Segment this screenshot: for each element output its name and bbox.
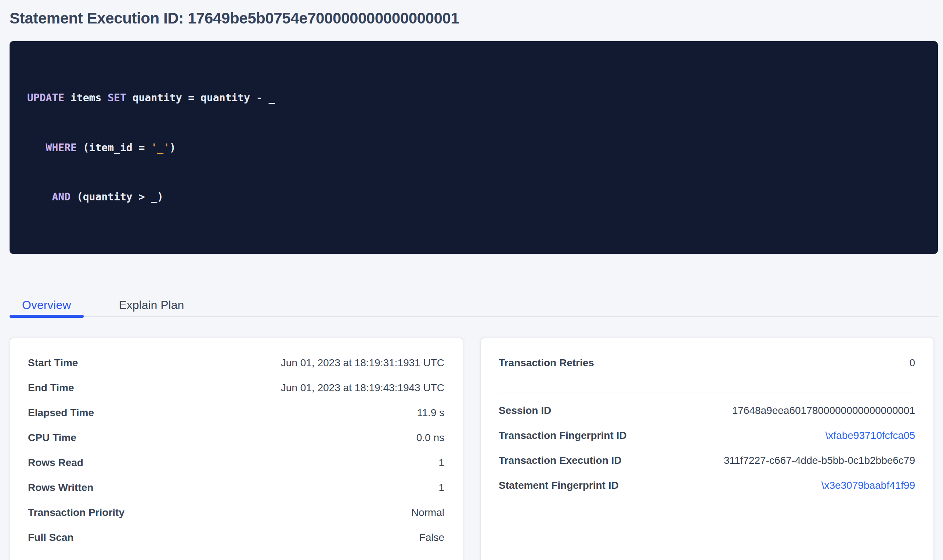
stat-label: Full Scan [28, 531, 74, 543]
sql-indent [27, 141, 46, 153]
stat-value: 0 [909, 356, 915, 368]
stat-row-cpu-time: CPU Time 0.0 ns [28, 425, 444, 449]
page-title: Statement Execution ID: 17649be5b0754e70… [0, 0, 943, 27]
stat-label: Elapsed Time [28, 406, 94, 418]
transaction-info-card: Transaction Retries 0 Session ID 17648a9… [480, 337, 934, 560]
tab-overview[interactable]: Overview [9, 292, 83, 316]
sql-line-3: AND (quantity > _) [27, 189, 920, 205]
sql-text: ) [169, 141, 176, 153]
stat-row-transaction-execution-id: Transaction Execution ID 311f7227-c667-4… [499, 447, 915, 472]
stat-value: False [419, 531, 444, 543]
stat-value: 11.9 s [417, 406, 444, 418]
sql-text: items [64, 92, 108, 103]
stat-row-rows-read: Rows Read 1 [28, 449, 444, 474]
card-divider [499, 392, 915, 393]
transaction-fingerprint-link[interactable]: \xfabe93710fcfca05 [826, 429, 915, 441]
stat-label: CPU Time [28, 431, 76, 443]
active-tab-underline [9, 314, 83, 317]
sql-string-literal: '_' [151, 141, 169, 153]
stat-row-transaction-priority: Transaction Priority Normal [28, 500, 444, 525]
stat-row-start-time: Start Time Jun 01, 2023 at 18:19:31:1931… [28, 350, 444, 375]
stat-value: 1 [438, 481, 444, 493]
sql-keyword: WHERE [46, 141, 77, 153]
statement-execution-page: Statement Execution ID: 17649be5b0754e70… [0, 0, 943, 560]
stat-row-statement-fingerprint-id: Statement Fingerprint ID \x3e3079baabf41… [499, 472, 915, 497]
stat-row-session-id: Session ID 17648a9eea6017800000000000000… [499, 397, 915, 422]
tab-explain-plan[interactable]: Explain Plan [106, 292, 196, 316]
stat-label: Rows Written [28, 481, 93, 493]
stat-value: Jun 01, 2023 at 18:19:31:1931 UTC [281, 356, 444, 368]
tab-explain-plan-label: Explain Plan [119, 298, 184, 311]
stat-value: 311f7227-c667-4dde-b5bb-0c1b2bbe6c79 [724, 454, 915, 466]
sql-keyword: SET [108, 92, 126, 103]
tab-overview-label: Overview [22, 298, 71, 311]
stat-label: Start Time [28, 356, 78, 368]
sql-text: (item_id = [77, 141, 151, 153]
stat-value: Jun 01, 2023 at 18:19:43:1943 UTC [281, 381, 444, 393]
sql-line-1: UPDATE items SET quantity = quantity - _ [27, 89, 920, 106]
stat-value: Normal [411, 506, 444, 518]
stat-label: Transaction Priority [28, 506, 125, 518]
sql-text: quantity = quantity - _ [126, 92, 275, 103]
stat-value: 0.0 ns [416, 431, 444, 443]
sql-indent [27, 191, 52, 203]
sql-keyword: UPDATE [27, 92, 64, 103]
statement-stats-card: Start Time Jun 01, 2023 at 18:19:31:1931… [9, 337, 464, 560]
stat-label: Transaction Retries [499, 356, 594, 368]
stat-label: End Time [28, 381, 74, 393]
stat-label: Session ID [499, 404, 551, 416]
stat-row-full-scan: Full Scan False [28, 525, 444, 549]
stat-label: Rows Read [28, 456, 83, 468]
overview-cards: Start Time Jun 01, 2023 at 18:19:31:1931… [9, 337, 934, 560]
stat-row-transaction-fingerprint-id: Transaction Fingerprint ID \xfabe93710fc… [499, 422, 915, 447]
stat-row-end-time: End Time Jun 01, 2023 at 18:19:43:1943 U… [28, 375, 444, 400]
stat-row-rows-written: Rows Written 1 [28, 474, 444, 500]
stat-value: 17648a9eea6017800000000000000001 [732, 404, 915, 416]
stat-row-transaction-retries: Transaction Retries 0 [499, 350, 915, 375]
sql-line-2: WHERE (item_id = '_') [27, 139, 920, 155]
sql-text: (quantity > _) [71, 191, 163, 203]
stat-label: Transaction Fingerprint ID [499, 429, 627, 441]
stat-value: 1 [438, 456, 444, 468]
sql-statement-box: UPDATE items SET quantity = quantity - _… [9, 41, 938, 254]
sql-keyword: AND [52, 191, 71, 203]
stat-label: Transaction Execution ID [499, 454, 622, 466]
statement-fingerprint-link[interactable]: \x3e3079baabf41f99 [821, 479, 915, 491]
stat-label: Statement Fingerprint ID [499, 479, 619, 491]
tab-bar: Overview Explain Plan [9, 292, 938, 317]
stat-row-elapsed-time: Elapsed Time 11.9 s [28, 400, 444, 425]
